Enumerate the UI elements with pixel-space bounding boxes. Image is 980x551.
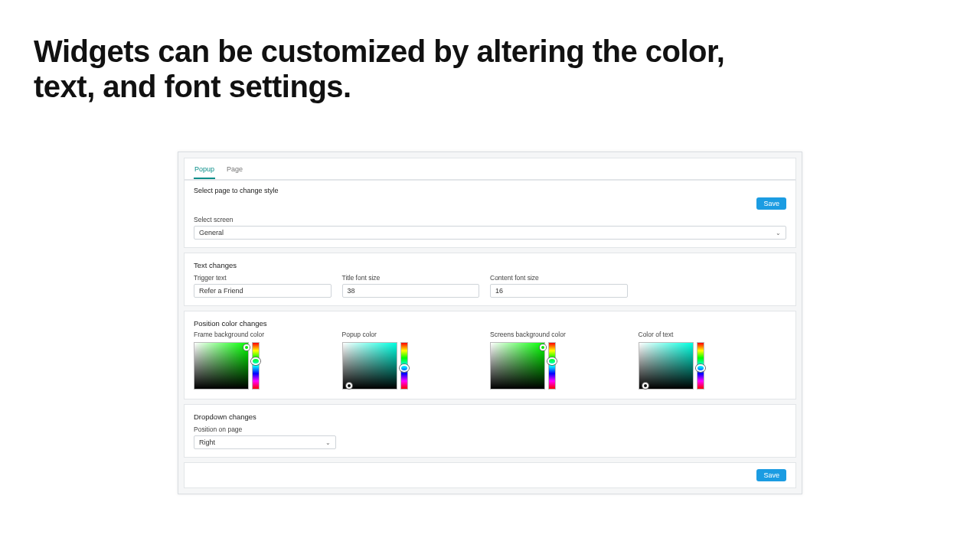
tab-page[interactable]: Page [226, 163, 243, 179]
trigger-text-input[interactable] [194, 284, 332, 298]
popup-color-picker-sv[interactable] [342, 342, 397, 390]
screens-background-color-picker-sv-handle[interactable] [540, 344, 546, 350]
frame-background-color-picker: Frame background color [194, 331, 342, 390]
text-color-picker-hue[interactable] [697, 342, 704, 390]
frame-background-color-picker-hue[interactable] [252, 342, 260, 390]
frame-background-color-picker-hue-handle[interactable] [251, 357, 260, 365]
page-headline: Widgets can be customized by altering th… [34, 34, 766, 104]
position-color-title: Position color changes [185, 311, 795, 328]
popup-color-picker-label: Popup color [342, 331, 491, 338]
text-color-picker: Color of text [639, 331, 787, 390]
select-screen-dropdown[interactable]: General ⌄ [194, 226, 786, 240]
dropdown-changes-title: Dropdown changes [185, 405, 795, 421]
settings-panel: Popup Page Select page to change style S… [178, 152, 802, 494]
tab-bar: Popup Page [185, 158, 795, 180]
screens-background-color-picker-hue-handle[interactable] [547, 357, 557, 365]
popup-color-picker-sv-handle[interactable] [346, 383, 352, 389]
text-changes-card: Text changes Trigger text Title font siz… [184, 253, 796, 306]
frame-background-color-picker-label: Frame background color [194, 331, 342, 338]
position-on-page-label: Position on page [194, 425, 336, 433]
frame-background-color-picker-sv[interactable] [194, 342, 249, 390]
title-font-label: Title font size [342, 274, 480, 282]
bottom-save-card: Save [184, 462, 796, 488]
text-color-picker-hue-handle[interactable] [696, 364, 705, 372]
chevron-down-icon: ⌄ [776, 230, 781, 236]
screens-background-color-picker-label: Screens background color [490, 331, 639, 338]
select-screen-value: General [199, 229, 224, 236]
text-color-picker-sv-handle[interactable] [642, 383, 648, 389]
save-button-bottom[interactable]: Save [756, 469, 786, 481]
select-page-title: Select page to change style [194, 187, 279, 194]
text-color-picker-label: Color of text [639, 331, 787, 338]
content-font-input[interactable] [490, 284, 628, 298]
color-changes-card: Position color changes Frame background … [184, 311, 796, 399]
tabs-card: Popup Page [184, 158, 796, 180]
screens-background-color-picker-hue[interactable] [548, 342, 556, 390]
text-color-picker-sv[interactable] [639, 342, 694, 390]
dropdown-changes-card: Dropdown changes Position on page Right … [184, 404, 796, 458]
screens-background-color-picker-sv[interactable] [490, 342, 545, 390]
popup-color-picker-hue-handle[interactable] [400, 364, 409, 372]
popup-color-picker-hue[interactable] [400, 342, 408, 390]
select-page-card: Select page to change style Save Select … [184, 180, 796, 248]
frame-background-color-picker-sv-handle[interactable] [243, 344, 250, 350]
position-on-page-dropdown[interactable]: Right ⌄ [194, 435, 336, 449]
chevron-down-icon: ⌄ [325, 439, 331, 446]
popup-color-picker: Popup color [342, 331, 491, 390]
select-screen-label: Select screen [194, 216, 786, 223]
screens-background-color-picker: Screens background color [490, 331, 639, 390]
title-font-input[interactable] [342, 284, 480, 298]
trigger-text-label: Trigger text [194, 274, 332, 282]
tab-popup[interactable]: Popup [194, 163, 215, 179]
text-changes-title: Text changes [185, 253, 795, 269]
save-button-top[interactable]: Save [756, 197, 786, 210]
position-on-page-value: Right [199, 439, 215, 446]
content-font-label: Content font size [490, 274, 628, 282]
